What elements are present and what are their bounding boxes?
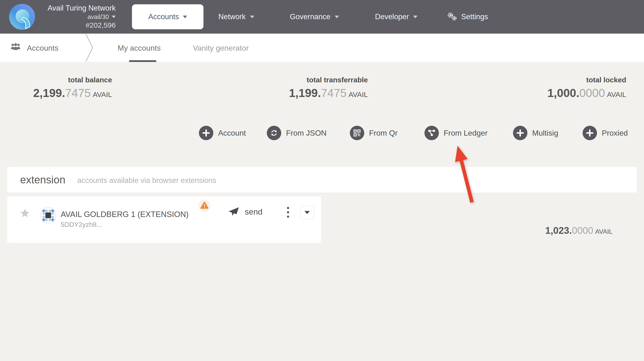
- chain-spec: avail/30: [87, 13, 109, 21]
- nav-item-network[interactable]: Network: [218, 0, 254, 34]
- nav-item-settings[interactable]: Settings: [447, 0, 488, 34]
- qr-icon: [354, 129, 361, 137]
- summary-label: total transferrable: [289, 76, 368, 84]
- summary-value: 1,199.7475AVAIL: [289, 86, 368, 100]
- warning-badge: [198, 199, 210, 211]
- tab-vanity-generator[interactable]: Vanity generator: [193, 44, 248, 53]
- network-name: Avail Turing Network: [36, 4, 116, 13]
- users-icon: [10, 43, 21, 51]
- active-tab-underline: [129, 60, 156, 62]
- nav-item-label: Network: [218, 13, 246, 21]
- nav-item-accounts[interactable]: Accounts: [132, 4, 204, 29]
- chevron-down-icon: [335, 16, 339, 18]
- nav-item-label: Settings: [461, 13, 488, 21]
- add-proxied-button[interactable]: Proxied: [582, 126, 628, 140]
- top-header: Avail Turing Network avail/30 #202,596 A…: [0, 0, 644, 34]
- send-button[interactable]: send: [228, 207, 262, 216]
- add-from-qr-button[interactable]: From Qr: [350, 126, 398, 140]
- restore-from-json-button[interactable]: From JSON: [267, 126, 326, 140]
- account-address: 5DDY2yzh8...: [61, 221, 102, 228]
- breadcrumb-separator: [84, 34, 95, 62]
- tab-my-accounts[interactable]: My accounts: [118, 44, 161, 53]
- paper-plane-icon: [228, 207, 239, 216]
- favorite-star-icon[interactable]: [20, 208, 30, 218]
- summary-value: 1,000.0000AVAIL: [547, 86, 626, 100]
- add-multisig-button[interactable]: Multisig: [513, 126, 558, 140]
- section-title: extension: [20, 174, 65, 186]
- chevron-down-icon: [413, 16, 418, 18]
- chevron-down-icon: [183, 16, 187, 18]
- summary-label: total balance: [33, 76, 112, 84]
- avail-logo-icon[interactable]: [9, 3, 36, 30]
- page: Avail Turing Network avail/30 #202,596 A…: [0, 0, 644, 361]
- summary-total-transferrable: total transferrable 1,199.7475AVAIL: [289, 76, 368, 100]
- breadcrumb: Accounts: [27, 44, 58, 53]
- plus-icon: [586, 129, 593, 137]
- summary-total-balance: total balance 2,199.7475AVAIL: [33, 76, 112, 100]
- nav-item-label: Developer: [375, 13, 409, 21]
- warning-triangle-icon: [200, 202, 208, 209]
- summary-total-locked: total locked 1,000.0000AVAIL: [547, 76, 626, 100]
- extension-section-header: extension accounts available via browser…: [7, 167, 637, 192]
- nav-item-developer[interactable]: Developer: [375, 0, 418, 34]
- account-identicon[interactable]: [40, 207, 56, 223]
- chevron-down-icon: [250, 16, 254, 18]
- nav-item-label: Governance: [290, 13, 330, 21]
- row-menu-button[interactable]: [286, 206, 290, 218]
- sync-icon: [270, 129, 278, 137]
- block-number: #202,596: [36, 21, 116, 30]
- ledger-icon: [428, 130, 435, 136]
- chevron-down-icon: [112, 16, 116, 18]
- plus-icon: [516, 129, 524, 137]
- add-from-ledger-button[interactable]: From Ledger: [424, 126, 488, 140]
- summary-label: total locked: [547, 76, 626, 84]
- summary-value: 2,199.7475AVAIL: [33, 86, 112, 100]
- expand-row-button[interactable]: [300, 205, 314, 219]
- account-balance: 1,023.0000AVAIL: [545, 225, 612, 236]
- chevron-down-icon: [304, 211, 310, 214]
- subnav-bar: Accounts My accounts Vanity generator: [0, 34, 644, 62]
- nav-item-label: Accounts: [148, 13, 179, 21]
- add-account-button[interactable]: Account: [199, 126, 246, 140]
- gear-icon: [447, 12, 458, 22]
- section-subtitle: accounts available via browser extension…: [77, 176, 216, 185]
- account-name: AVAIL GOLDBERG 1 (EXTENSION): [61, 210, 188, 219]
- network-selector[interactable]: Avail Turing Network avail/30 #202,596: [36, 4, 116, 30]
- plus-icon: [202, 129, 210, 137]
- nav-item-governance[interactable]: Governance: [290, 0, 339, 34]
